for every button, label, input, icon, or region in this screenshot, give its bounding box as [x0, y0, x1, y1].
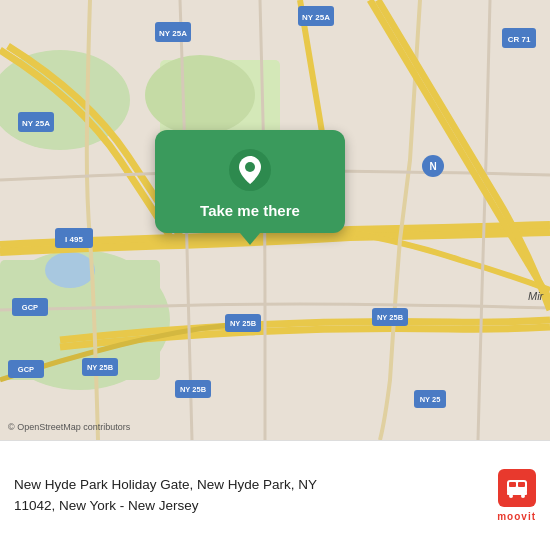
- location-pin-icon: [228, 148, 272, 192]
- svg-rect-37: [509, 482, 516, 487]
- info-bar: New Hyde Park Holiday Gate, New Hyde Par…: [0, 440, 550, 550]
- svg-text:NY 25: NY 25: [420, 395, 441, 404]
- svg-text:NY 25A: NY 25A: [159, 29, 187, 38]
- map-popup[interactable]: Take me there: [155, 130, 345, 233]
- svg-text:NY 25A: NY 25A: [22, 119, 50, 128]
- take-me-there-button[interactable]: Take me there: [200, 202, 300, 219]
- moovit-bus-icon: [498, 469, 536, 507]
- svg-point-35: [245, 162, 255, 172]
- svg-point-40: [509, 494, 513, 498]
- svg-text:CR 71: CR 71: [508, 35, 531, 44]
- bus-svg: [504, 475, 530, 501]
- map-container: NY 25A NY 25A NY 25A CR 71 N I 495 NY 25…: [0, 0, 550, 440]
- address-line2: 11042, New York - New Jersey: [14, 496, 487, 516]
- svg-text:NY 25B: NY 25B: [230, 319, 257, 328]
- moovit-text: moovit: [497, 511, 536, 522]
- svg-text:N: N: [429, 161, 436, 172]
- svg-point-6: [45, 252, 95, 288]
- svg-text:I 495: I 495: [65, 235, 83, 244]
- map-credit: © OpenStreetMap contributors: [8, 422, 130, 432]
- svg-text:NY 25B: NY 25B: [180, 385, 207, 394]
- svg-point-41: [521, 494, 525, 498]
- svg-text:NY 25A: NY 25A: [302, 13, 330, 22]
- svg-text:NY 25B: NY 25B: [377, 313, 404, 322]
- address-line1: New Hyde Park Holiday Gate, New Hyde Par…: [14, 475, 487, 495]
- svg-text:Mir: Mir: [528, 290, 545, 302]
- svg-rect-38: [518, 482, 525, 487]
- address-info: New Hyde Park Holiday Gate, New Hyde Par…: [14, 475, 487, 516]
- svg-text:NY 25B: NY 25B: [87, 363, 114, 372]
- moovit-logo: moovit: [497, 469, 536, 522]
- svg-text:GCP: GCP: [22, 303, 38, 312]
- svg-text:GCP: GCP: [18, 365, 34, 374]
- svg-point-5: [145, 55, 255, 135]
